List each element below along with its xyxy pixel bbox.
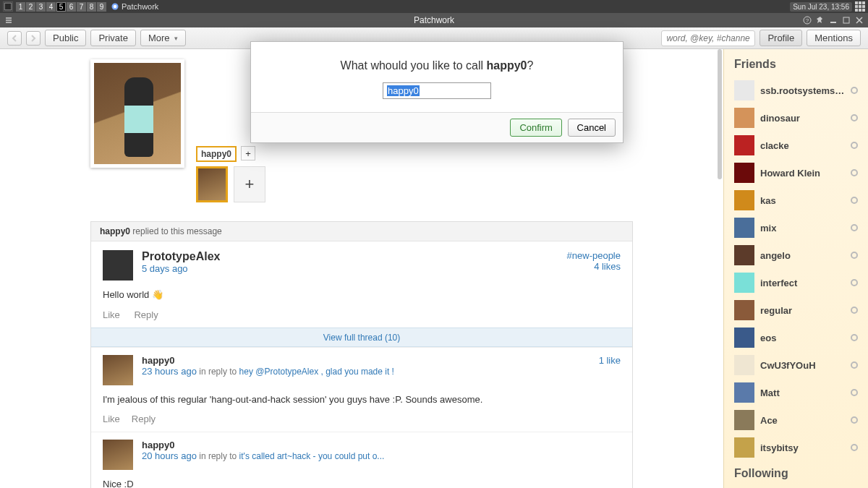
reply-ref-link[interactable]: hey @PrototypeAlex , glad you made it ! <box>239 367 394 377</box>
post-author[interactable]: happy0 <box>142 355 590 366</box>
window-menu-icon[interactable] <box>4 16 13 25</box>
post-body: I'm jealous of this regular 'hang-out-an… <box>103 393 621 407</box>
post-likes[interactable]: 4 likes <box>567 261 621 272</box>
presence-icon <box>851 114 858 121</box>
friend-item[interactable]: clacke <box>724 132 868 159</box>
workspace-6[interactable]: 6 <box>67 2 76 12</box>
avatar <box>734 382 754 403</box>
friend-item[interactable]: ssb.rootsystems.nz <box>724 77 868 104</box>
add-avatar-button[interactable]: + <box>234 166 265 202</box>
post-timestamp[interactable]: 5 days ago <box>142 263 558 274</box>
friend-item[interactable]: mix <box>724 214 868 241</box>
post-likes[interactable]: 1 like <box>599 355 621 366</box>
presence-icon <box>851 416 858 424</box>
view-thread-bar[interactable]: View full thread (10) <box>91 328 632 347</box>
presence-icon <box>851 142 858 149</box>
svg-text:?: ? <box>806 17 809 24</box>
friend-name: interfect <box>760 278 845 288</box>
friend-name: Howard Klein <box>760 168 845 179</box>
rename-dialog: What whould you like to call happy0? hap… <box>250 41 624 143</box>
add-alias-button[interactable]: + <box>241 146 255 160</box>
tab-profile[interactable]: Profile <box>760 30 802 46</box>
help-icon[interactable]: ? <box>803 16 812 25</box>
friend-item[interactable]: Matt <box>724 379 868 406</box>
post-timestamp[interactable]: 23 hours ago <box>142 366 197 377</box>
avatar <box>103 250 133 281</box>
avatar <box>734 190 754 210</box>
workspace-3[interactable]: 3 <box>36 2 46 12</box>
cancel-button[interactable]: Cancel <box>568 119 616 137</box>
svg-rect-0 <box>4 3 12 10</box>
chevron-right-icon <box>29 34 38 43</box>
friend-item[interactable]: eos <box>724 324 868 351</box>
presence-icon <box>851 361 858 369</box>
more-menu[interactable]: More ▾ <box>140 30 186 46</box>
workspace-4[interactable]: 4 <box>46 2 56 12</box>
more-label: More <box>148 33 170 43</box>
confirm-button[interactable]: Confirm <box>510 119 562 137</box>
search-input[interactable] <box>661 30 755 46</box>
post-body: Nice :D <box>103 477 621 488</box>
presence-icon <box>851 389 858 396</box>
chevron-left-icon <box>10 34 19 43</box>
taskbar-app[interactable]: Patchwork <box>111 2 158 11</box>
friend-item[interactable]: interfect <box>724 269 868 296</box>
friend-item[interactable]: Howard Klein <box>724 159 868 187</box>
pin-icon[interactable] <box>816 16 825 25</box>
maximize-icon[interactable] <box>842 16 851 25</box>
in-reply-label: in reply to <box>197 451 239 461</box>
context-action: replied to this message <box>130 226 222 236</box>
post-author[interactable]: PrototypeAlex <box>142 250 558 263</box>
avatar <box>734 108 754 128</box>
alias-chip[interactable]: happy0 <box>196 146 237 162</box>
presence-icon <box>851 87 858 94</box>
scrollbar-thumb[interactable] <box>718 49 722 179</box>
window-titlebar: Patchwork ? <box>0 13 868 27</box>
friend-item[interactable]: regular <box>724 296 868 324</box>
minimize-icon[interactable] <box>829 16 838 25</box>
friend-item[interactable]: CwU3fYOuH <box>724 351 868 379</box>
view-thread-link[interactable]: View full thread (10) <box>323 333 401 343</box>
reply-button[interactable]: Reply <box>132 414 156 424</box>
friend-item[interactable]: Ace <box>724 406 868 434</box>
workspace-9[interactable]: 9 <box>97 2 106 12</box>
reply-post: happy0 20 hours ago in reply to it's cal… <box>91 432 632 488</box>
workspace-1[interactable]: 1 <box>16 2 25 12</box>
friend-item[interactable]: angelo <box>724 241 868 269</box>
chevron-down-icon: ▾ <box>174 35 178 42</box>
tab-public[interactable]: Public <box>45 30 86 46</box>
workspace-8[interactable]: 8 <box>87 2 96 12</box>
back-button[interactable] <box>7 31 22 46</box>
workspace-2[interactable]: 2 <box>26 2 35 12</box>
close-icon[interactable] <box>855 16 864 25</box>
presence-icon <box>851 169 858 176</box>
tab-mentions[interactable]: Mentions <box>807 30 861 46</box>
workspace-switcher[interactable]: 123456789 <box>16 2 106 12</box>
forward-button[interactable] <box>26 31 41 46</box>
reply-ref-link[interactable]: it's called art~hack - you could put o..… <box>239 451 385 461</box>
avatar-variant[interactable] <box>196 166 228 202</box>
like-button[interactable]: Like <box>103 309 120 320</box>
reply-button[interactable]: Reply <box>134 309 158 320</box>
root-post: PrototypeAlex 5 days ago #new-people 4 l… <box>91 241 632 328</box>
friend-name: Matt <box>760 388 845 398</box>
activities-icon[interactable] <box>3 1 13 12</box>
avatar <box>734 273 754 293</box>
presence-icon <box>851 307 858 314</box>
friend-item[interactable]: kas <box>724 187 868 214</box>
like-button[interactable]: Like <box>103 414 120 424</box>
apps-grid-icon[interactable] <box>855 1 865 12</box>
workspace-7[interactable]: 7 <box>77 2 86 12</box>
friend-item[interactable]: itsybitsy <box>724 434 868 461</box>
post-author[interactable]: happy0 <box>142 440 612 450</box>
friend-name: CwU3fYOuH <box>760 360 845 371</box>
tab-private[interactable]: Private <box>90 30 135 46</box>
workspace-5[interactable]: 5 <box>56 2 66 12</box>
avatar <box>734 355 754 375</box>
sidebar-section-friends: Friends <box>724 58 868 77</box>
post-timestamp[interactable]: 20 hours ago <box>142 450 197 461</box>
post-channel[interactable]: #new-people <box>567 250 621 261</box>
avatar <box>734 410 754 430</box>
friend-item[interactable]: dinosaur <box>724 104 868 132</box>
alias-input[interactable]: happy0 <box>383 82 491 99</box>
